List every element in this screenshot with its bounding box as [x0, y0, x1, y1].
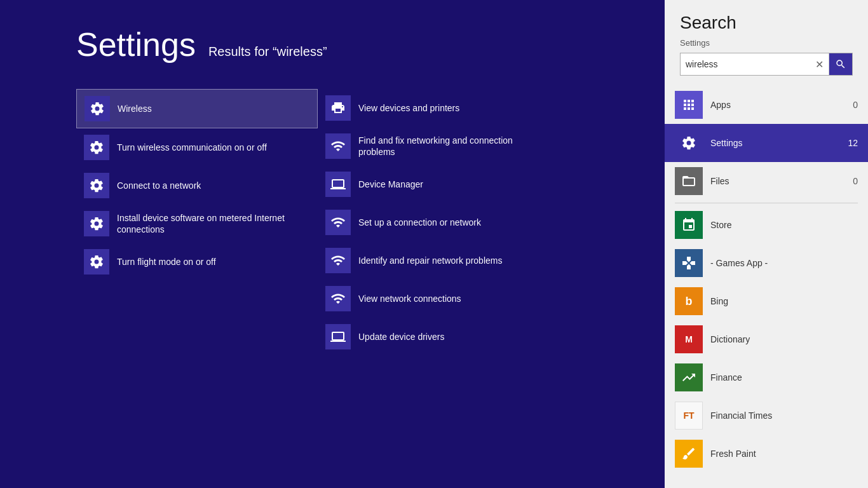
app-item-apps[interactable]: Apps 0 — [665, 86, 868, 124]
right-results-column: View devices and printers Find and fix n… — [318, 89, 559, 356]
search-panel-title: Search — [680, 13, 853, 33]
sidebar-divider — [675, 203, 858, 203]
result-label-view-devices: View devices and printers — [358, 102, 459, 114]
app-label-files: Files — [710, 176, 845, 186]
files-icon — [675, 167, 703, 195]
result-label-connect-network: Connect to a network — [117, 180, 201, 191]
app-item-files[interactable]: Files 0 — [665, 162, 868, 200]
result-label-install-device: Install device software on metered Inter… — [117, 212, 310, 235]
result-item-setup-connection[interactable]: Set up a connection or network — [318, 203, 559, 241]
store-icon — [675, 211, 703, 239]
left-results-column: Wireless Turn wireless communication on … — [76, 89, 318, 356]
search-input[interactable] — [681, 53, 810, 75]
result-item-flight-mode[interactable]: Turn flight mode on or off — [76, 243, 318, 281]
finance-icon — [675, 363, 703, 391]
result-item-identify-repair[interactable]: Identify and repair network problems — [318, 241, 559, 280]
result-label-view-network: View network connections — [358, 293, 461, 304]
app-label-fresh-paint: Fresh Paint — [710, 449, 850, 459]
gear-icon-wireless — [85, 96, 110, 121]
gear-icon-connect-network — [84, 173, 109, 198]
app-label-settings: Settings — [710, 138, 840, 148]
fresh-paint-icon — [675, 440, 703, 468]
page-title: Settings — [76, 25, 196, 64]
app-item-settings[interactable]: Settings 12 — [665, 124, 868, 162]
games-icon — [675, 249, 703, 277]
result-item-find-fix[interactable]: Find and fix networking and connection p… — [318, 127, 559, 165]
search-box: ✕ — [680, 53, 853, 76]
result-label-turn-wireless: Turn wireless communication on or off — [117, 142, 267, 153]
app-item-bing[interactable]: b Bing — [665, 282, 868, 320]
search-sidebar: Search Settings ✕ Apps 0 — [665, 0, 868, 488]
main-content: Settings Results for “wireless” Wireless — [0, 0, 665, 488]
search-panel-category: Settings — [680, 38, 853, 48]
device-manager-icon — [325, 172, 351, 197]
result-label-wireless: Wireless — [118, 103, 152, 114]
result-label-setup-connection: Set up a connection or network — [358, 217, 481, 228]
result-item-connect-network[interactable]: Connect to a network — [76, 166, 318, 205]
financial-times-icon: FT — [675, 402, 703, 430]
app-item-fresh-paint[interactable]: Fresh Paint — [665, 435, 868, 473]
app-count-settings: 12 — [848, 138, 858, 148]
result-label-find-fix: Find and fix networking and connection p… — [358, 135, 552, 158]
page-header: Settings Results for “wireless” — [76, 25, 665, 64]
results-subtitle: Results for “wireless” — [208, 44, 327, 59]
app-item-games[interactable]: - Games App - — [665, 244, 868, 282]
app-item-financial-times[interactable]: FT Financial Times — [665, 396, 868, 435]
app-label-finance: Finance — [710, 372, 850, 383]
app-item-dictionary[interactable]: M Dictionary — [665, 320, 868, 358]
search-clear-button[interactable]: ✕ — [810, 53, 829, 75]
result-item-update-drivers[interactable]: Update device drivers — [318, 318, 559, 356]
result-item-view-network[interactable]: View network connections — [318, 280, 559, 318]
printer-icon — [325, 95, 351, 121]
settings-icon — [675, 129, 703, 157]
update-drivers-icon — [325, 324, 351, 349]
app-count-apps: 0 — [853, 100, 858, 110]
result-label-identify-repair: Identify and repair network problems — [358, 255, 502, 266]
app-label-apps: Apps — [710, 100, 845, 110]
setup-connection-icon — [325, 210, 351, 235]
gear-icon-flight-mode — [84, 249, 109, 274]
result-item-turn-wireless[interactable]: Turn wireless communication on or off — [76, 128, 318, 166]
app-item-store[interactable]: Store — [665, 206, 868, 244]
search-panel: Search Settings ✕ — [665, 0, 868, 86]
result-item-wireless[interactable]: Wireless — [76, 89, 318, 128]
app-label-bing: Bing — [710, 296, 850, 306]
gear-icon-install-device — [84, 211, 109, 236]
gear-icon-turn-wireless — [84, 135, 109, 160]
dictionary-icon: M — [675, 325, 703, 353]
result-item-install-device[interactable]: Install device software on metered Inter… — [76, 205, 318, 243]
identify-repair-icon — [325, 248, 351, 273]
result-label-flight-mode: Turn flight mode on or off — [117, 256, 216, 268]
apps-icon — [675, 91, 703, 119]
results-columns: Wireless Turn wireless communication on … — [76, 89, 665, 356]
result-item-device-manager[interactable]: Device Manager — [318, 165, 559, 203]
app-item-finance[interactable]: Finance — [665, 358, 868, 396]
search-submit-button[interactable] — [829, 53, 852, 75]
result-label-update-drivers: Update device drivers — [358, 331, 444, 342]
bing-icon: b — [675, 287, 703, 315]
app-count-files: 0 — [853, 176, 858, 186]
app-list: Apps 0 Settings 12 Files 0 — [665, 86, 868, 473]
app-label-games: - Games App - — [710, 258, 850, 268]
view-network-icon — [325, 286, 351, 311]
app-label-store: Store — [710, 220, 850, 230]
app-label-dictionary: Dictionary — [710, 334, 850, 344]
result-label-device-manager: Device Manager — [358, 179, 423, 190]
app-label-financial-times: Financial Times — [710, 410, 850, 421]
network-fix-icon — [325, 133, 351, 159]
result-item-view-devices[interactable]: View devices and printers — [318, 89, 559, 127]
